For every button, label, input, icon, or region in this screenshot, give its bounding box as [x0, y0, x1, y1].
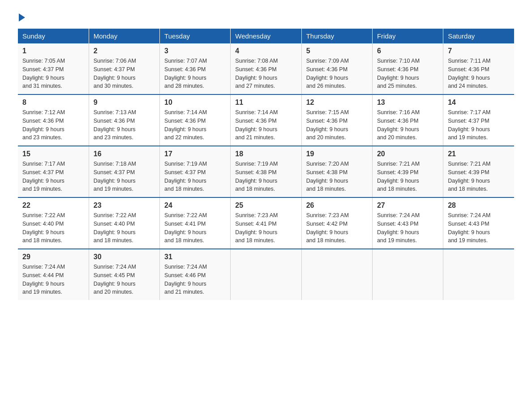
- day-info: Sunrise: 7:19 AM Sunset: 4:37 PM Dayligh…: [164, 160, 226, 193]
- day-info: Sunrise: 7:24 AM Sunset: 4:43 PM Dayligh…: [448, 211, 510, 245]
- day-cell: 12 Sunrise: 7:15 AM Sunset: 4:36 PM Dayl…: [301, 94, 372, 146]
- day-info: Sunrise: 7:20 AM Sunset: 4:38 PM Dayligh…: [306, 160, 368, 193]
- calendar-body: 1 Sunrise: 7:05 AM Sunset: 4:37 PM Dayli…: [18, 43, 514, 300]
- day-info: Sunrise: 7:16 AM Sunset: 4:36 PM Dayligh…: [377, 108, 438, 142]
- header-cell-friday: Friday: [372, 29, 443, 43]
- calendar-table: SundayMondayTuesdayWednesdayThursdayFrid…: [18, 29, 514, 300]
- day-info: Sunrise: 7:21 AM Sunset: 4:39 PM Dayligh…: [377, 160, 438, 193]
- day-number: 7: [448, 47, 510, 55]
- day-cell: [231, 249, 301, 300]
- day-cell: 19 Sunrise: 7:20 AM Sunset: 4:38 PM Dayl…: [301, 146, 372, 197]
- week-row-1: 1 Sunrise: 7:05 AM Sunset: 4:37 PM Dayli…: [18, 43, 514, 94]
- day-number: 28: [448, 201, 510, 210]
- header-cell-saturday: Saturday: [443, 29, 514, 43]
- day-cell: 3 Sunrise: 7:07 AM Sunset: 4:36 PM Dayli…: [160, 43, 231, 94]
- day-cell: 16 Sunrise: 7:18 AM Sunset: 4:37 PM Dayl…: [89, 146, 159, 197]
- day-number: 15: [22, 150, 84, 158]
- day-number: 14: [448, 98, 510, 107]
- day-number: 23: [94, 201, 155, 210]
- header-cell-sunday: Sunday: [18, 29, 89, 43]
- day-info: Sunrise: 7:15 AM Sunset: 4:36 PM Dayligh…: [306, 108, 368, 142]
- logo-text: [18, 13, 26, 21]
- day-number: 6: [377, 47, 438, 55]
- day-cell: 23 Sunrise: 7:22 AM Sunset: 4:40 PM Dayl…: [89, 197, 159, 249]
- day-info: Sunrise: 7:19 AM Sunset: 4:38 PM Dayligh…: [235, 160, 296, 193]
- day-cell: [301, 249, 372, 300]
- day-number: 2: [94, 47, 155, 55]
- day-number: 22: [22, 201, 84, 210]
- day-cell: 25 Sunrise: 7:23 AM Sunset: 4:41 PM Dayl…: [231, 197, 301, 249]
- header-cell-thursday: Thursday: [301, 29, 372, 43]
- day-cell: 28 Sunrise: 7:24 AM Sunset: 4:43 PM Dayl…: [443, 197, 514, 249]
- day-number: 13: [377, 98, 438, 107]
- logo: [18, 13, 26, 20]
- day-info: Sunrise: 7:22 AM Sunset: 4:40 PM Dayligh…: [94, 211, 155, 245]
- day-number: 30: [94, 253, 155, 261]
- day-cell: 14 Sunrise: 7:17 AM Sunset: 4:37 PM Dayl…: [443, 94, 514, 146]
- day-info: Sunrise: 7:06 AM Sunset: 4:37 PM Dayligh…: [94, 57, 155, 90]
- day-number: 29: [22, 253, 84, 261]
- week-row-3: 15 Sunrise: 7:17 AM Sunset: 4:37 PM Dayl…: [18, 146, 514, 197]
- day-cell: 27 Sunrise: 7:24 AM Sunset: 4:43 PM Dayl…: [372, 197, 443, 249]
- header-cell-tuesday: Tuesday: [160, 29, 231, 43]
- day-cell: 15 Sunrise: 7:17 AM Sunset: 4:37 PM Dayl…: [18, 146, 89, 197]
- calendar-header: SundayMondayTuesdayWednesdayThursdayFrid…: [18, 29, 514, 43]
- day-info: Sunrise: 7:24 AM Sunset: 4:45 PM Dayligh…: [94, 263, 155, 296]
- day-info: Sunrise: 7:09 AM Sunset: 4:36 PM Dayligh…: [306, 57, 368, 90]
- day-cell: 18 Sunrise: 7:19 AM Sunset: 4:38 PM Dayl…: [231, 146, 301, 197]
- day-number: 3: [164, 47, 226, 55]
- day-info: Sunrise: 7:23 AM Sunset: 4:42 PM Dayligh…: [306, 211, 368, 245]
- day-number: 18: [235, 150, 296, 158]
- day-cell: 6 Sunrise: 7:10 AM Sunset: 4:36 PM Dayli…: [372, 43, 443, 94]
- day-number: 27: [377, 201, 438, 210]
- day-info: Sunrise: 7:12 AM Sunset: 4:36 PM Dayligh…: [22, 108, 84, 142]
- day-cell: 9 Sunrise: 7:13 AM Sunset: 4:36 PM Dayli…: [89, 94, 159, 146]
- day-number: 21: [448, 150, 510, 158]
- day-cell: 5 Sunrise: 7:09 AM Sunset: 4:36 PM Dayli…: [301, 43, 372, 94]
- day-cell: 24 Sunrise: 7:22 AM Sunset: 4:41 PM Dayl…: [160, 197, 231, 249]
- day-number: 8: [22, 98, 84, 107]
- day-info: Sunrise: 7:24 AM Sunset: 4:43 PM Dayligh…: [377, 211, 438, 245]
- day-info: Sunrise: 7:05 AM Sunset: 4:37 PM Dayligh…: [22, 57, 84, 90]
- day-cell: 13 Sunrise: 7:16 AM Sunset: 4:36 PM Dayl…: [372, 94, 443, 146]
- day-cell: [372, 249, 443, 300]
- week-row-4: 22 Sunrise: 7:22 AM Sunset: 4:40 PM Dayl…: [18, 197, 514, 249]
- day-cell: 20 Sunrise: 7:21 AM Sunset: 4:39 PM Dayl…: [372, 146, 443, 197]
- day-cell: 17 Sunrise: 7:19 AM Sunset: 4:37 PM Dayl…: [160, 146, 231, 197]
- day-info: Sunrise: 7:22 AM Sunset: 4:41 PM Dayligh…: [164, 211, 226, 245]
- day-cell: 31 Sunrise: 7:24 AM Sunset: 4:46 PM Dayl…: [160, 249, 231, 300]
- page-header: [18, 13, 514, 20]
- header-cell-monday: Monday: [89, 29, 159, 43]
- day-cell: 4 Sunrise: 7:08 AM Sunset: 4:36 PM Dayli…: [231, 43, 301, 94]
- day-cell: 26 Sunrise: 7:23 AM Sunset: 4:42 PM Dayl…: [301, 197, 372, 249]
- day-cell: 11 Sunrise: 7:14 AM Sunset: 4:36 PM Dayl…: [231, 94, 301, 146]
- day-cell: 29 Sunrise: 7:24 AM Sunset: 4:44 PM Dayl…: [18, 249, 89, 300]
- week-row-2: 8 Sunrise: 7:12 AM Sunset: 4:36 PM Dayli…: [18, 94, 514, 146]
- day-info: Sunrise: 7:22 AM Sunset: 4:40 PM Dayligh…: [22, 211, 84, 245]
- day-cell: 10 Sunrise: 7:14 AM Sunset: 4:36 PM Dayl…: [160, 94, 231, 146]
- day-number: 9: [94, 98, 155, 107]
- day-number: 17: [164, 150, 226, 158]
- day-number: 26: [306, 201, 368, 210]
- day-info: Sunrise: 7:13 AM Sunset: 4:36 PM Dayligh…: [94, 108, 155, 142]
- day-info: Sunrise: 7:14 AM Sunset: 4:36 PM Dayligh…: [164, 108, 226, 142]
- day-info: Sunrise: 7:23 AM Sunset: 4:41 PM Dayligh…: [235, 211, 296, 245]
- day-cell: 22 Sunrise: 7:22 AM Sunset: 4:40 PM Dayl…: [18, 197, 89, 249]
- week-row-5: 29 Sunrise: 7:24 AM Sunset: 4:44 PM Dayl…: [18, 249, 514, 300]
- day-info: Sunrise: 7:14 AM Sunset: 4:36 PM Dayligh…: [235, 108, 296, 142]
- day-info: Sunrise: 7:08 AM Sunset: 4:36 PM Dayligh…: [235, 57, 296, 90]
- header-cell-wednesday: Wednesday: [231, 29, 301, 43]
- day-info: Sunrise: 7:18 AM Sunset: 4:37 PM Dayligh…: [94, 160, 155, 193]
- day-number: 10: [164, 98, 226, 107]
- day-cell: 7 Sunrise: 7:11 AM Sunset: 4:36 PM Dayli…: [443, 43, 514, 94]
- day-info: Sunrise: 7:21 AM Sunset: 4:39 PM Dayligh…: [448, 160, 510, 193]
- day-cell: 8 Sunrise: 7:12 AM Sunset: 4:36 PM Dayli…: [18, 94, 89, 146]
- day-number: 16: [94, 150, 155, 158]
- header-row: SundayMondayTuesdayWednesdayThursdayFrid…: [18, 29, 514, 43]
- day-info: Sunrise: 7:24 AM Sunset: 4:44 PM Dayligh…: [22, 263, 84, 296]
- day-number: 11: [235, 98, 296, 107]
- day-number: 20: [377, 150, 438, 158]
- day-number: 4: [235, 47, 296, 55]
- day-info: Sunrise: 7:17 AM Sunset: 4:37 PM Dayligh…: [22, 160, 84, 193]
- day-cell: 1 Sunrise: 7:05 AM Sunset: 4:37 PM Dayli…: [18, 43, 89, 94]
